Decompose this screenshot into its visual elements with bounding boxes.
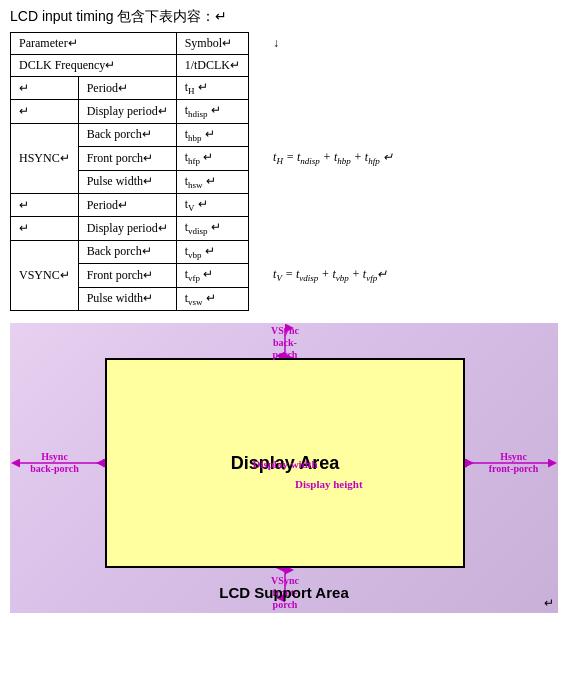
h-pulse-param: Pulse width↵ [78, 170, 176, 193]
v-formula-cell [249, 240, 266, 310]
hsync-front-label: Hsyncfront-porch [471, 451, 556, 475]
v-back-param: Back porch↵ [78, 240, 176, 263]
header-symbol: Symbol↵ [176, 33, 248, 55]
h-period-param: Period↵ [78, 77, 176, 100]
dclk-symbol: 1/tDCLK↵ [176, 55, 248, 77]
table-row-v-backporch: VSYNC↵ Back porch↵ tvbp ↵ tV = tvdisp + … [11, 240, 401, 263]
hsync-group-label: HSYNC↵ [11, 123, 79, 193]
v-back-symbol: tvbp ↵ [176, 240, 248, 263]
v-group-empty1: ↵ [11, 193, 79, 216]
display-width-label: Display width [105, 458, 465, 470]
diagram-container: Display Area VSyncback-porch Hsyncback-p… [10, 323, 558, 613]
timing-table: Parameter↵ Symbol↵ ↓ DCLK Frequency↵ 1/t… [10, 32, 401, 311]
h-formula-label: tH = tndisp + thbp + thfp ↵ [265, 123, 401, 193]
v-display-param: Display period↵ [78, 217, 176, 240]
dclk-param: DCLK Frequency↵ [11, 55, 177, 77]
table-wrapper: Parameter↵ Symbol↵ ↓ DCLK Frequency↵ 1/t… [10, 32, 560, 311]
h-back-param: Back porch↵ [78, 123, 176, 146]
page-title: LCD input timing 包含下表内容：↵ [10, 8, 560, 26]
h-period-empty [249, 77, 266, 100]
h-front-symbol: thfp ↵ [176, 147, 248, 170]
table-row-h-backporch: HSYNC↵ Back porch↵ thbp ↵ tH = tndisp + … [11, 123, 401, 146]
v-display-symbol: tvdisp ↵ [176, 217, 248, 240]
page-container: LCD input timing 包含下表内容：↵ Parameter↵ Sym… [0, 0, 570, 621]
h-front-param: Front porch↵ [78, 147, 176, 170]
vsync-back-label: VSyncback-porch [250, 325, 320, 361]
h-formula-cell [249, 123, 266, 193]
h-period-symbol: tH ↵ [176, 77, 248, 100]
dclk-empty2 [265, 55, 401, 77]
v-period-symbol: tV ↵ [176, 193, 248, 216]
h-group-empty2: ↵ [11, 100, 79, 123]
bottom-cursor: ↵ [544, 596, 554, 611]
lcd-support-label: LCD Support Area [219, 584, 348, 601]
h-back-symbol: thbp ↵ [176, 123, 248, 146]
v-front-param: Front porch↵ [78, 264, 176, 287]
h-display-param: Display period↵ [78, 100, 176, 123]
hsync-back-label: Hsyncback-porch [12, 451, 97, 475]
v-front-symbol: tvfp ↵ [176, 264, 248, 287]
table-row-h-period-empty: ↵ Period↵ tH ↵ [11, 77, 401, 100]
display-height-label: Display height [295, 478, 363, 490]
h-pulse-symbol: thsw ↵ [176, 170, 248, 193]
h-display-symbol: thdisp ↵ [176, 100, 248, 123]
table-header-row: Parameter↵ Symbol↵ ↓ [11, 33, 401, 55]
h-group-empty1: ↵ [11, 77, 79, 100]
h-display-empty [249, 100, 266, 123]
v-period-param: Period↵ [78, 193, 176, 216]
h-display-empty2 [265, 100, 401, 123]
header-note: ↓ [265, 33, 401, 55]
vsync-group-label: VSYNC↵ [11, 240, 79, 310]
v-group-empty2: ↵ [11, 217, 79, 240]
header-empty [249, 33, 266, 55]
v-pulse-param: Pulse width↵ [78, 287, 176, 310]
v-display-empty [249, 217, 266, 240]
v-formula-label: tV = tvdisp + tvbp + tvfp↵ [265, 240, 401, 310]
table-row-h-display: ↵ Display period↵ thdisp ↵ [11, 100, 401, 123]
h-period-empty2 [265, 77, 401, 100]
v-display-empty2 [265, 217, 401, 240]
v-period-empty [249, 193, 266, 216]
v-period-empty2 [265, 193, 401, 216]
dclk-empty1 [249, 55, 266, 77]
table-row-v-period-empty: ↵ Period↵ tV ↵ [11, 193, 401, 216]
v-pulse-symbol: tvsw ↵ [176, 287, 248, 310]
table-row-v-display: ↵ Display period↵ tvdisp ↵ [11, 217, 401, 240]
header-parameter: Parameter↵ [11, 33, 177, 55]
table-row-dclk: DCLK Frequency↵ 1/tDCLK↵ [11, 55, 401, 77]
